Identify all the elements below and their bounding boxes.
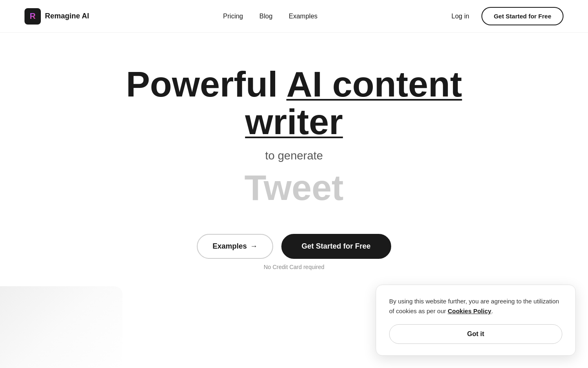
cookies-policy-link[interactable]: Cookies Policy: [448, 307, 491, 314]
logo[interactable]: R Remagine AI: [24, 8, 89, 25]
get-started-button[interactable]: Get Started for Free: [281, 234, 391, 259]
nav-right: Log in Get Started for Free: [452, 7, 564, 25]
nav-pricing[interactable]: Pricing: [223, 13, 243, 20]
cookie-banner: By using this website further, you are a…: [376, 285, 576, 356]
login-link[interactable]: Log in: [452, 13, 470, 20]
examples-button[interactable]: Examples →: [197, 234, 273, 259]
navbar: R Remagine AI Pricing Blog Examples Log …: [0, 0, 588, 33]
hero-subtitle: to generate: [265, 149, 323, 162]
nav-examples[interactable]: Examples: [289, 13, 317, 20]
logo-icon: R: [24, 8, 41, 25]
cookie-message: By using this website further, you are a…: [389, 296, 562, 316]
logo-text: Remagine AI: [45, 12, 89, 20]
arrow-icon: →: [250, 242, 258, 251]
got-it-button[interactable]: Got it: [389, 324, 562, 344]
hero-title-part1: Powerful: [126, 64, 287, 104]
examples-button-label: Examples: [212, 242, 247, 251]
hero-section: Powerful AI content writer to generate T…: [0, 33, 588, 295]
nav-cta-button[interactable]: Get Started for Free: [481, 7, 564, 25]
nav-links: Pricing Blog Examples: [223, 13, 317, 20]
bottom-decoration: [0, 286, 122, 368]
nav-blog[interactable]: Blog: [259, 13, 272, 20]
hero-buttons: Examples → Get Started for Free: [197, 234, 391, 259]
hero-title: Powerful AI content writer: [110, 65, 478, 141]
hero-animated-word: Tweet: [245, 166, 344, 209]
no-credit-card-label: No Credit Card required: [264, 264, 325, 270]
